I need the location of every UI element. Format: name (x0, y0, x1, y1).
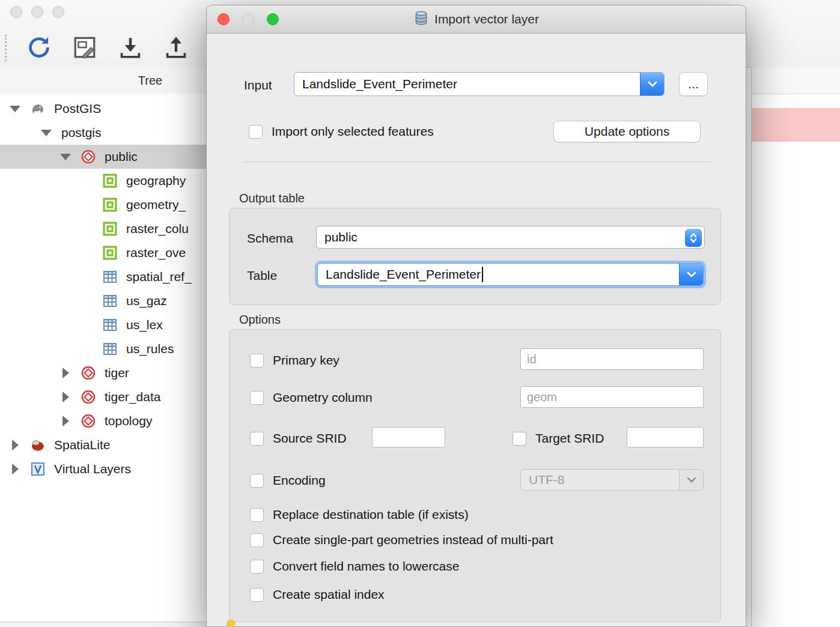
info-panel-header (752, 67, 840, 94)
lowercase-checkbox[interactable] (250, 560, 264, 574)
input-combobox[interactable]: Landslide_Event_Perimeter (294, 72, 665, 96)
dialog-window-controls (218, 13, 279, 25)
zoom-dialog-button[interactable] (267, 13, 279, 25)
update-options-button[interactable]: Update options (553, 121, 701, 142)
single-part-row: Create single-part geometries instead of… (250, 533, 553, 547)
tree-item-label: raster_colu (126, 222, 189, 236)
table-combobox[interactable]: Landslide_Event_Perimeter (317, 263, 704, 286)
geometry-column-row: Geometry column (250, 390, 373, 405)
encoding-checkbox[interactable] (250, 474, 264, 488)
disclosure-right-icon[interactable] (58, 415, 73, 427)
primary-key-row: Primary key (250, 353, 339, 368)
spatialite-icon (30, 437, 46, 453)
output-table-heading: Output table (239, 192, 305, 205)
disclosure-down-icon[interactable] (38, 127, 54, 139)
tree-item-label: geometry_ (126, 198, 186, 212)
single-part-checkbox[interactable] (250, 533, 264, 547)
table-icon (102, 317, 118, 333)
table-icon (102, 341, 118, 357)
spatial-index-checkbox[interactable] (250, 588, 264, 602)
import-selected-checkbox[interactable] (249, 125, 263, 139)
chevron-down-icon[interactable] (679, 263, 704, 286)
tree-item-label: postgis (61, 126, 102, 140)
dialog-titlebar[interactable]: Import vector layer (207, 5, 746, 34)
geometry-column-checkbox[interactable] (250, 391, 264, 405)
primary-key-label: Primary key (273, 353, 339, 368)
tree-item-label: raster_ove (126, 246, 186, 260)
schema-icon (81, 389, 96, 405)
postgis-icon (30, 101, 46, 117)
minimize-dialog-button[interactable] (242, 13, 254, 25)
dialog-title: Import vector layer (434, 12, 539, 26)
chevron-down-icon[interactable] (679, 469, 704, 491)
tree-header-label: Tree (138, 74, 162, 88)
status-indicator (227, 619, 236, 627)
source-srid-label: Source SRID (273, 431, 347, 446)
tree-item-label: PostGIS (54, 101, 101, 116)
table-label: Table (247, 268, 277, 283)
tree-item-label: us_gaz (126, 294, 167, 308)
output-table-groupbox (229, 208, 721, 305)
target-srid-input[interactable] (627, 427, 704, 447)
geometry-table-icon (102, 173, 118, 189)
section-divider (243, 162, 710, 162)
close-dialog-button[interactable] (218, 13, 230, 25)
export-to-file-button[interactable] (159, 33, 193, 63)
tree-item-label: SpatiaLite (54, 438, 110, 452)
disclosure-right-icon[interactable] (7, 439, 23, 451)
toolbar-drag-handle[interactable] (5, 35, 10, 61)
text-cursor (482, 267, 483, 282)
source-srid-checkbox[interactable] (250, 432, 264, 446)
zoom-window-button[interactable] (52, 6, 64, 18)
import-layer-button[interactable] (114, 33, 147, 63)
spatial-index-label: Create spatial index (273, 587, 385, 602)
window-bottom-edge (0, 622, 206, 627)
replace-table-checkbox[interactable] (250, 508, 264, 522)
import-selected-row: Import only selected features (249, 124, 434, 139)
table-icon (102, 269, 118, 285)
source-srid-row: Source SRID (250, 431, 347, 446)
primary-key-input[interactable] (520, 348, 704, 370)
import-layer-icon (118, 35, 143, 62)
sql-window-button[interactable] (68, 33, 102, 63)
disclosure-right-icon[interactable] (7, 463, 23, 475)
replace-table-label: Replace destination table (if exists) (273, 507, 469, 522)
geometry-table-icon (102, 221, 118, 237)
stepper-up-down-icon[interactable] (685, 229, 702, 247)
tree-item-label: tiger (105, 366, 129, 380)
encoding-row: Encoding (250, 473, 326, 488)
source-srid-input[interactable] (372, 427, 445, 447)
refresh-button[interactable] (22, 33, 56, 63)
toolbar (0, 30, 193, 66)
lowercase-label: Convert field names to lowercase (273, 559, 459, 574)
target-srid-row: Target SRID (513, 431, 604, 446)
tree-item-label: spatial_ref_ (126, 270, 192, 284)
chevron-down-icon[interactable] (640, 72, 665, 96)
tree-item-label: us_rules (126, 342, 174, 356)
disclosure-right-icon[interactable] (58, 367, 73, 379)
refresh-icon (26, 34, 52, 62)
disclosure-right-icon[interactable] (58, 391, 73, 403)
disclosure-down-icon[interactable] (7, 103, 23, 115)
schema-select[interactable]: public (316, 226, 705, 249)
input-combobox-value: Landslide_Event_Perimeter (302, 77, 457, 91)
spatial-index-row: Create spatial index (250, 587, 385, 602)
replace-table-row: Replace destination table (if exists) (250, 507, 469, 522)
import-selected-label: Import only selected features (272, 124, 434, 139)
geometry-table-icon (102, 245, 118, 261)
schema-select-value: public (324, 230, 358, 244)
disclosure-down-icon[interactable] (58, 151, 73, 163)
tree-item-label: tiger_data (105, 390, 160, 404)
target-srid-checkbox[interactable] (513, 432, 526, 446)
primary-key-checkbox[interactable] (250, 354, 264, 368)
schema-label: Schema (247, 231, 293, 246)
geometry-table-icon (102, 197, 118, 213)
export-to-file-icon (163, 35, 189, 62)
schema-icon (81, 365, 96, 381)
tree-item-label: us_lex (126, 318, 163, 332)
close-window-button[interactable] (10, 6, 22, 18)
minimize-window-button[interactable] (31, 6, 43, 18)
geometry-column-input[interactable] (520, 386, 704, 408)
encoding-select[interactable]: UTF-8 (520, 469, 704, 491)
browse-input-button[interactable]: ... (679, 72, 708, 96)
